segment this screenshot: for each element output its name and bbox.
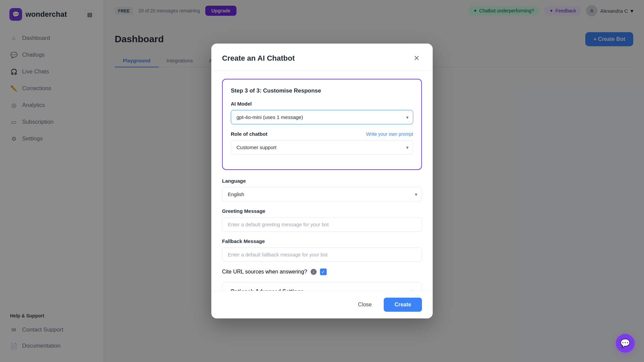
chevron-down-icon: ▾ xyxy=(411,288,414,291)
ai-model-label: AI Model xyxy=(231,101,413,107)
role-select[interactable]: Customer support Sales assistant HR assi… xyxy=(231,140,413,155)
fallback-message-field: Fallback Message xyxy=(222,238,422,262)
greeting-message-label: Greeting Message xyxy=(222,208,422,214)
close-button[interactable]: Close xyxy=(351,298,378,311)
modal-header: Create an AI Chatbot ✕ xyxy=(211,44,433,71)
cite-url-checkbox[interactable] xyxy=(320,268,327,275)
language-field: Language English Spanish French German ▾ xyxy=(222,178,422,201)
role-field: Role of chatbot Write your own prompt Cu… xyxy=(231,131,413,155)
close-icon[interactable]: ✕ xyxy=(411,53,422,64)
create-button[interactable]: Create xyxy=(384,298,422,312)
info-icon[interactable]: i xyxy=(311,269,317,275)
fallback-message-label: Fallback Message xyxy=(222,238,422,244)
modal-overlay[interactable]: Create an AI Chatbot ✕ Step 3 of 3: Cust… xyxy=(0,0,644,362)
language-label: Language xyxy=(222,178,422,184)
cite-url-label: Cite URL sources when answering? xyxy=(222,269,307,275)
role-label: Role of chatbot Write your own prompt xyxy=(231,131,413,137)
greeting-message-input[interactable] xyxy=(222,217,422,232)
language-select-wrapper: English Spanish French German ▾ xyxy=(222,187,422,201)
ai-model-field: AI Model gpt-4o-mini (uses 1 message) gp… xyxy=(231,101,413,124)
ai-model-select-wrapper: gpt-4o-mini (uses 1 message) gpt-4o (use… xyxy=(231,110,413,124)
fallback-message-input[interactable] xyxy=(222,247,422,262)
cite-url-field: Cite URL sources when answering? i xyxy=(222,268,422,275)
modal-title: Create an AI Chatbot xyxy=(222,54,295,63)
chat-widget-icon: 💬 xyxy=(620,339,630,348)
step-box: Step 3 of 3: Customise Response AI Model… xyxy=(222,79,422,170)
chat-widget-button[interactable]: 💬 xyxy=(616,334,635,353)
modal-body: Step 3 of 3: Customise Response AI Model… xyxy=(211,71,433,291)
write-prompt-link[interactable]: Write your own prompt xyxy=(366,131,413,137)
step-label: Step 3 of 3: Customise Response xyxy=(231,87,413,94)
ai-model-select[interactable]: gpt-4o-mini (uses 1 message) gpt-4o (use… xyxy=(231,110,413,124)
modal-footer: Close Create xyxy=(211,291,433,318)
role-select-wrapper: Customer support Sales assistant HR assi… xyxy=(231,140,413,155)
language-select[interactable]: English Spanish French German xyxy=(222,187,422,201)
modal: Create an AI Chatbot ✕ Step 3 of 3: Cust… xyxy=(211,44,433,318)
advanced-settings-section[interactable]: Optional: Advanced Settings ▾ xyxy=(222,282,422,291)
greeting-message-field: Greeting Message xyxy=(222,208,422,232)
